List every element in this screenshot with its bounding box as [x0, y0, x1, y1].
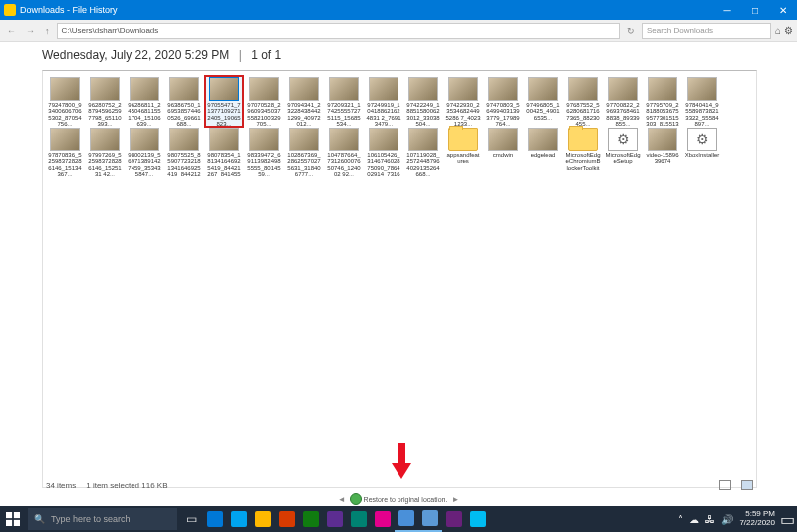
file-item[interactable]: 97094341_232284384421299_40972012...	[286, 77, 322, 126]
file-item[interactable]: 97997269_525983728286146_1525131 42...	[87, 128, 123, 176]
file-item[interactable]: 97055471_713771092712405_19065823...	[206, 77, 242, 126]
file-item[interactable]: 107119028_25724487964029135264668...	[405, 128, 441, 176]
image-thumbnail-icon	[528, 128, 558, 151]
taskbar-search[interactable]: 🔍 Type here to search	[28, 508, 177, 530]
file-item[interactable]: 104787664_731260007650746_124002 92...	[326, 128, 362, 176]
image-thumbnail-icon	[568, 77, 598, 101]
start-button[interactable]	[0, 506, 26, 532]
file-item[interactable]: 98339472_691139824985555_8014559...	[246, 128, 282, 176]
search-icon: 🔍	[34, 514, 45, 524]
file-item[interactable]: edgelead	[525, 128, 561, 176]
tray-onedrive-icon[interactable]: ☁	[689, 514, 699, 525]
file-label: 98339472_691139824985555_8014559...	[246, 152, 282, 176]
file-item[interactable]: ⚙MicrosoftEdgeSetup	[605, 128, 641, 176]
next-version-button[interactable]: ►	[449, 495, 461, 504]
image-thumbnail-icon	[329, 128, 359, 151]
details-view-icon[interactable]	[719, 480, 731, 490]
file-item[interactable]: 97209321_174255557275115_15685534...	[326, 77, 362, 126]
forward-button[interactable]: →	[23, 26, 38, 36]
taskbar-app-1[interactable]	[203, 506, 227, 532]
taskbar-app-9[interactable]	[395, 506, 418, 532]
file-item[interactable]: 79247800_934006067065302_87054756...	[47, 77, 83, 126]
app-icon	[4, 4, 16, 16]
taskbar-app-8[interactable]	[371, 506, 395, 532]
file-item[interactable]: 96280752_287945962597798_65110393...	[87, 77, 123, 126]
taskbar-app-2[interactable]	[227, 506, 251, 532]
taskbar-app-6[interactable]	[323, 506, 347, 532]
file-label: 97700822_296937684618838_89339855...	[605, 102, 641, 126]
file-item[interactable]: 97870836_525983728286146_15134367...	[47, 128, 83, 176]
taskbar-app-4[interactable]	[275, 506, 299, 532]
taskbar-app-11[interactable]	[442, 506, 466, 532]
taskbar-app-5[interactable]	[299, 506, 323, 532]
file-label: 79247800_934006067065302_87054756...	[47, 102, 83, 126]
tray-chevron-icon[interactable]: ˄	[678, 514, 683, 525]
taskbar-app-3[interactable]	[251, 506, 275, 532]
file-item[interactable]: 97422249_188515800623012_33038504...	[405, 77, 441, 126]
file-label: video-1589639674	[645, 152, 680, 165]
address-bar[interactable]: C:\Users\dsharr\Downloads	[57, 23, 620, 39]
file-item[interactable]: 97249919_104188621624831 2_76913479...	[366, 77, 401, 126]
refresh-button[interactable]: ↻	[624, 26, 638, 36]
file-item[interactable]: 97470803_564994031393779_17989764...	[485, 77, 521, 126]
file-item[interactable]: 102867369_28625570275631_318406777...	[286, 128, 322, 176]
file-item[interactable]: 98002139_569713891427459_353435847...	[127, 128, 162, 176]
taskbar-app-7[interactable]	[347, 506, 371, 532]
home-icon[interactable]: ⌂	[775, 25, 781, 36]
file-item[interactable]: 106105426_314674602875090_786402914_7316…	[366, 128, 401, 176]
item-count: 34 items	[46, 481, 76, 490]
file-item[interactable]: 97795709_281880536759577301515303_815513…	[645, 77, 680, 126]
file-item[interactable]: cmdwin	[485, 128, 521, 176]
image-thumbnail-icon	[289, 77, 319, 101]
file-item[interactable]: 97070528_296093450375582100329705...	[246, 77, 282, 126]
tray-volume-icon[interactable]: 🔊	[721, 514, 733, 525]
image-thumbnail-icon	[528, 77, 558, 101]
taskbar-app-10[interactable]	[418, 506, 442, 532]
thumbnails-view-icon[interactable]	[741, 480, 753, 490]
file-item[interactable]: ⚙XboxInstaller	[684, 128, 720, 176]
image-thumbnail-icon	[90, 77, 120, 101]
file-item[interactable]: video-1589639674	[645, 128, 680, 176]
image-thumbnail-icon	[648, 128, 677, 151]
file-item[interactable]: 97496805_100425_49016535...	[525, 77, 561, 126]
file-item[interactable]: 96286811_245046811551704_15106639...	[127, 77, 162, 126]
previous-version-button[interactable]: ◄	[336, 495, 348, 504]
taskbar-app-12[interactable]	[466, 506, 490, 532]
tray-network-icon[interactable]: 🖧	[705, 514, 715, 525]
up-button[interactable]: ↑	[42, 26, 53, 36]
taskbar-clock[interactable]: 5:59 PM 7/22/2020	[739, 510, 775, 528]
file-label: 107119028_25724487964029135264668...	[405, 152, 441, 176]
file-item[interactable]: 96386750_169538574460526_69661688...	[166, 77, 202, 126]
window-title: Downloads - File History	[20, 5, 713, 15]
back-button[interactable]: ←	[4, 26, 19, 36]
minimize-button[interactable]: ─	[713, 0, 741, 20]
file-item[interactable]: MicrosoftEdgeChromiumBlockerToolkit	[565, 128, 601, 176]
file-label: 97249919_104188621624831 2_76913479...	[366, 102, 401, 126]
close-button[interactable]: ✕	[769, 0, 797, 20]
file-item[interactable]: 97700822_296937684618838_89339855...	[605, 77, 641, 126]
image-thumbnail-icon	[130, 128, 159, 151]
file-grid: 79247800_934006067065302_87054756...9628…	[42, 70, 757, 488]
file-label: 98078354_181341646925419_84421267_841455…	[206, 152, 242, 176]
file-item[interactable]: appsandfeatures	[445, 128, 481, 176]
restore-label: Restore to original location.	[364, 496, 448, 503]
restore-button[interactable]	[350, 493, 362, 505]
date-header: Wednesday, July 22, 2020 5:29 PM | 1 of …	[42, 42, 757, 70]
file-item[interactable]: 97687552_562806817167365_88230455...	[565, 77, 601, 126]
file-item[interactable]: 97422930_235346824495286 7_40231233...	[445, 77, 481, 126]
task-view-button[interactable]: ▭	[179, 506, 203, 532]
file-item[interactable]: 98075525_859077232181341646925419_844212…	[166, 128, 202, 176]
search-input[interactable]: Search Downloads	[642, 23, 771, 39]
file-label: 97997269_525983728286146_1525131 42...	[87, 152, 123, 176]
file-item[interactable]: 98078354_181341646925419_84421267_841455…	[206, 128, 242, 176]
settings-icon[interactable]: ⚙	[784, 25, 793, 36]
page-indicator: 1 of 1	[251, 48, 281, 62]
file-item[interactable]: 97840414_955898738213322_55584897...	[684, 77, 720, 126]
image-thumbnail-icon	[249, 77, 279, 101]
file-label: MicrosoftEdgeSetup	[605, 152, 641, 165]
action-center-button[interactable]: ▭	[777, 506, 797, 532]
maximize-button[interactable]: □	[741, 0, 769, 20]
application-icon: ⚙	[687, 128, 717, 151]
file-label: 96286811_245046811551704_15106639...	[127, 102, 162, 126]
file-label: MicrosoftEdgeChromiumBlockerToolkit	[565, 152, 601, 171]
